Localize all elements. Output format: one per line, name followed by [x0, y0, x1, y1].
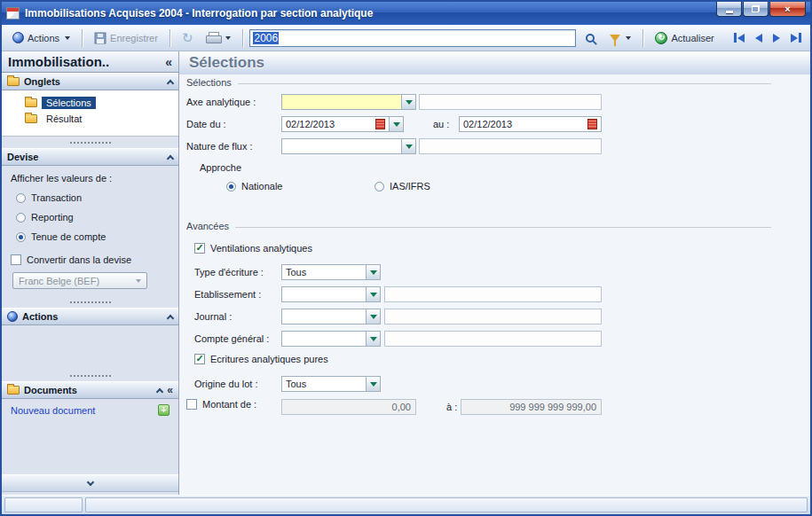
- restore-button[interactable]: [743, 2, 769, 17]
- section-header-onglets[interactable]: Onglets: [2, 73, 178, 90]
- montant-checkbox[interactable]: Montant de :: [186, 399, 256, 410]
- folder-icon: [7, 386, 20, 395]
- section-header-documents[interactable]: Documents «: [2, 381, 178, 399]
- filter-icon: [610, 35, 620, 42]
- convert-currency-checkbox[interactable]: Convertir dans la devise: [11, 254, 169, 265]
- journal-select[interactable]: [281, 309, 381, 324]
- dropdown-button[interactable]: [366, 332, 380, 346]
- chevron-down-icon: [86, 478, 93, 485]
- first-record-button[interactable]: [734, 33, 745, 43]
- date-du-label: Date du :: [186, 116, 226, 132]
- arrow-right-icon: [791, 34, 798, 43]
- close-button[interactable]: ×: [769, 2, 806, 17]
- devise-label: Devise: [7, 152, 38, 162]
- dropdown-button[interactable]: [366, 287, 380, 301]
- radio-label: Reporting: [31, 212, 74, 223]
- save-button[interactable]: Enregistrer: [89, 29, 163, 47]
- etablissement-select[interactable]: [281, 286, 381, 302]
- origine-lot-select[interactable]: Tous: [281, 376, 381, 392]
- section-header-actions[interactable]: Actions: [2, 308, 178, 325]
- radio-icon: [16, 193, 26, 203]
- type-ecriture-select[interactable]: Tous: [281, 264, 381, 280]
- montant-max-value: 999 999 999 999,00: [509, 402, 596, 412]
- radio-ias-ifrs[interactable]: IAS/IFRS: [374, 181, 430, 192]
- date-au-value: 02/12/2013: [463, 119, 512, 129]
- actualiser-label: Actualiser: [671, 33, 713, 43]
- dropdown-button[interactable]: [366, 377, 380, 391]
- actions-icon: [7, 311, 18, 322]
- montant-min-value: 0,00: [392, 402, 411, 412]
- first-record-icon: [734, 33, 737, 43]
- nature-flux-select[interactable]: [281, 138, 416, 154]
- radio-icon: [16, 213, 26, 223]
- minimize-icon: [726, 11, 733, 13]
- axe-analytique-select[interactable]: [281, 94, 416, 110]
- date-au-input[interactable]: 02/12/2013: [459, 116, 602, 132]
- last-record-button[interactable]: [791, 33, 801, 43]
- date-du-input[interactable]: 02/12/2013: [281, 116, 390, 132]
- toolbar: Actions Enregistrer ↻ 2006 ↻ Ac: [2, 25, 810, 51]
- nature-flux-label: Nature de flux :: [186, 138, 253, 154]
- etablissement-display: [384, 286, 602, 302]
- calendar-icon[interactable]: [587, 119, 597, 129]
- checkbox-label: Ventilations analytiques: [210, 243, 312, 254]
- toolbar-separator: [242, 29, 243, 47]
- app-window: Immobilisations Acquises 2004 - Interrog…: [0, 0, 812, 516]
- status-pane-main: [85, 497, 808, 512]
- toolbar-separator: [169, 29, 170, 47]
- ecritures-pures-checkbox[interactable]: Ecritures analytiques pures: [194, 354, 328, 364]
- checkbox-label: Convertir dans la devise: [27, 254, 131, 265]
- print-button[interactable]: [201, 29, 236, 46]
- tree-item-selections[interactable]: Sélections: [2, 95, 178, 111]
- window-title: Immobilisations Acquises 2004 - Interrog…: [25, 7, 373, 20]
- ventilations-checkbox[interactable]: Ventilations analytiques: [194, 243, 312, 254]
- minimize-button[interactable]: [716, 2, 742, 17]
- filter-button[interactable]: [604, 32, 636, 44]
- dropdown-button[interactable]: [366, 265, 380, 279]
- section-header-devise[interactable]: Devise: [2, 148, 178, 166]
- currency-value: Franc Belge (BEF): [19, 276, 99, 286]
- radio-label: Nationale: [241, 181, 282, 192]
- dotted-separator: [2, 137, 178, 148]
- dropdown-button[interactable]: [401, 139, 415, 153]
- folder-icon: [25, 98, 37, 107]
- chevron-up-icon: [156, 387, 163, 395]
- calendar-icon[interactable]: [375, 119, 385, 129]
- collapse-sidebar-button[interactable]: «: [165, 55, 172, 69]
- checkbox-label: Montant de :: [202, 399, 256, 410]
- chevron-down-icon: [370, 270, 377, 275]
- date-dropdown-button[interactable]: [390, 116, 404, 132]
- add-document-button[interactable]: +: [158, 404, 169, 416]
- dropdown-button[interactable]: [401, 95, 415, 109]
- reference-input[interactable]: 2006: [249, 29, 576, 47]
- main-panel: Sélections Sélections Axe analytique : D…: [179, 51, 810, 495]
- radio-icon: [374, 182, 384, 192]
- tree-item-resultat[interactable]: Résultat: [2, 111, 178, 127]
- next-record-button[interactable]: [773, 34, 780, 43]
- group-label: Avancées: [186, 221, 229, 231]
- compte-general-select[interactable]: [281, 331, 381, 347]
- dropdown-button[interactable]: [366, 309, 380, 324]
- radio-transaction[interactable]: Transaction: [16, 192, 169, 203]
- arrow-left-icon: [755, 34, 762, 43]
- chevron-down-icon: [65, 36, 70, 40]
- refresh-button[interactable]: ↻: [177, 28, 199, 47]
- actions-panel: [2, 325, 178, 370]
- dotted-separator: [2, 296, 178, 308]
- search-button[interactable]: [579, 29, 602, 47]
- chevron-down-icon: [370, 337, 377, 341]
- new-document-link[interactable]: Nouveau document: [11, 405, 95, 416]
- title-bar: Immobilisations Acquises 2004 - Interrog…: [2, 2, 810, 25]
- radio-tenue-de-compte[interactable]: Tenue de compte: [16, 231, 169, 242]
- previous-record-button[interactable]: [755, 34, 762, 43]
- folder-icon: [7, 77, 20, 86]
- currency-select[interactable]: Franc Belge (BEF): [12, 272, 147, 289]
- sidebar-scroll-down-button[interactable]: [2, 474, 178, 492]
- actualiser-button[interactable]: ↻ Actualiser: [650, 29, 719, 47]
- actions-menu-button[interactable]: Actions: [7, 29, 75, 46]
- radio-reporting[interactable]: Reporting: [16, 212, 169, 223]
- radio-nationale[interactable]: Nationale: [226, 181, 282, 192]
- sidebar-title: Immobilisation.. «: [2, 51, 178, 73]
- checkbox-icon: [194, 354, 205, 364]
- new-document-row: Nouveau document +: [2, 399, 178, 421]
